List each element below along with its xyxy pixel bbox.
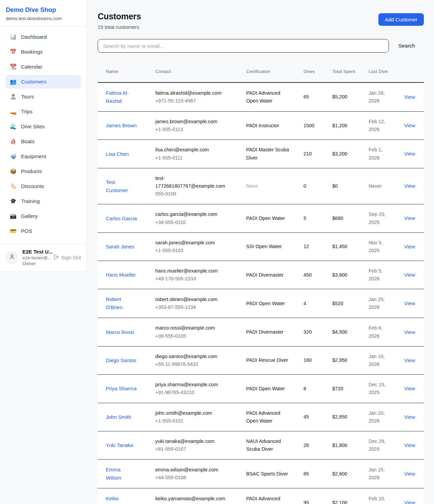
table-row: Emma Wilson emma.wilson@example.com +44-… xyxy=(98,460,424,488)
view-link[interactable]: View xyxy=(404,215,415,221)
view-link[interactable]: View xyxy=(404,94,415,100)
sidebar-item-trips[interactable]: 🚤 Trips xyxy=(5,105,81,118)
view-link[interactable]: View xyxy=(404,151,415,156)
sidebar-item-label: Dashboard xyxy=(21,34,47,40)
customer-name-link[interactable]: Priya Sharma xyxy=(106,385,137,393)
sidebar-item-pos[interactable]: 💳 POS xyxy=(5,224,81,238)
sidebar-item-tours[interactable]: 🏝️ Tours xyxy=(5,90,81,104)
search-button[interactable]: Search xyxy=(389,43,424,49)
sidebar-item-equipment[interactable]: 🤿 Equipment xyxy=(5,150,81,163)
customer-dives: 320 xyxy=(303,328,327,336)
table-row: Diego Santos diego.santos@example.com +5… xyxy=(98,346,424,374)
sidebar-item-calendar[interactable]: 📆 Calendar xyxy=(5,60,81,74)
customer-certification: PADI Advanced Open Water xyxy=(246,409,290,425)
view-link[interactable]: View xyxy=(404,183,415,189)
customer-dives: 180 xyxy=(303,356,327,364)
customer-name-link[interactable]: James Brown xyxy=(106,122,137,130)
search-input[interactable] xyxy=(98,39,389,53)
sidebar-item-gallery[interactable]: 📸 Gallery xyxy=(5,209,81,223)
customer-name-link[interactable]: Keiko Yamamoto xyxy=(106,494,137,504)
customer-email: marco.rossi@example.com xyxy=(155,324,226,332)
sidebar-item-boats[interactable]: ⛵ Boats xyxy=(5,135,81,148)
view-link[interactable]: View xyxy=(404,471,415,477)
customer-dives: 450 xyxy=(303,271,327,279)
customer-phone: +353-87-555-1234 xyxy=(155,303,241,311)
customer-name-link[interactable]: Fatima Al-Rashid xyxy=(106,89,137,105)
sign-out-button[interactable]: Sign Out xyxy=(53,254,81,261)
view-link[interactable]: View xyxy=(404,386,415,391)
customer-email: fatima.alrashid@example.com xyxy=(155,89,226,97)
column-header-certification: Certification xyxy=(246,61,303,82)
shop-name: Demo Dive Shop xyxy=(6,6,81,14)
customer-name-link[interactable]: John Smith xyxy=(106,413,137,421)
sidebar-item-bookings[interactable]: 📅 Bookings xyxy=(5,45,81,59)
customer-email: james.brown@example.com xyxy=(155,118,226,126)
customer-name-link[interactable]: Hans Mueller xyxy=(106,271,137,279)
customer-last-dive: Feb 1, 2026 xyxy=(369,146,390,162)
customer-email: keiko.yamamoto@example.com xyxy=(155,495,226,503)
view-link[interactable]: View xyxy=(404,300,415,306)
table-row: James Brown james.brown@example.com +1-5… xyxy=(98,112,424,140)
customer-total-spent: $3,800 xyxy=(332,271,363,279)
page-title: Customers xyxy=(98,12,141,21)
customer-last-dive: Sep 20, 2025 xyxy=(369,210,390,226)
sidebar-item-label: Dive Sites xyxy=(21,124,45,130)
sidebar-item-label: Trips xyxy=(21,109,33,115)
customer-phone: +1-555-0101 xyxy=(155,417,241,425)
customer-name-link[interactable]: Lisa Chen xyxy=(106,150,137,158)
sidebar-item-label: Tours xyxy=(21,94,34,100)
customer-name-link[interactable]: Marco Rossi xyxy=(106,328,137,336)
sidebar-item-products[interactable]: 📦 Products xyxy=(5,165,81,178)
customer-dives: 85 xyxy=(303,470,327,478)
view-link[interactable]: View xyxy=(404,272,415,278)
search-row: Search xyxy=(98,39,424,53)
customer-name-link[interactable]: Emma Wilson xyxy=(106,466,137,482)
customer-total-spent: $2,950 xyxy=(332,356,363,364)
user-role: Owner xyxy=(22,261,53,266)
customer-dives: 0 xyxy=(303,182,327,190)
customer-name-link[interactable]: Robert O'Brien xyxy=(106,295,137,312)
customer-total-spent: $520 xyxy=(332,300,363,307)
sidebar-item-dive-sites[interactable]: 🌊 Dive Sites xyxy=(5,120,81,133)
customer-name-link[interactable]: Yuki Tanaka xyxy=(106,441,137,449)
customer-name-link[interactable]: Carlos Garcia xyxy=(106,214,137,223)
customer-phone: +39-555-0105 xyxy=(155,332,241,340)
customer-name-link[interactable]: Test Customer xyxy=(106,178,137,194)
user-name: E2E Test U... xyxy=(22,249,53,255)
customer-certification: SSI Open Water xyxy=(246,243,290,250)
table-header-row: NameContactCertificationDivesTotal Spent… xyxy=(98,61,424,82)
view-link[interactable]: View xyxy=(404,500,415,504)
customer-certification: PADI Open Water xyxy=(246,214,290,222)
customers-icon: 👥 xyxy=(9,79,17,85)
customers-table: NameContactCertificationDivesTotal Spent… xyxy=(98,61,424,504)
view-link[interactable]: View xyxy=(404,329,415,335)
customer-email: diego.santos@example.com xyxy=(155,353,226,360)
customer-certification: PADI Open Water xyxy=(246,300,290,307)
sidebar-item-label: POS xyxy=(21,228,32,234)
view-link[interactable]: View xyxy=(404,244,415,249)
customer-email: robert.obrien@example.com xyxy=(155,296,226,303)
discounts-icon: 🏷️ xyxy=(9,184,17,189)
view-link[interactable]: View xyxy=(404,414,415,420)
view-link[interactable]: View xyxy=(404,442,415,448)
customer-certification: PADI Divemaster xyxy=(246,328,290,336)
view-link[interactable]: View xyxy=(404,357,415,363)
boats-icon: ⛵ xyxy=(9,139,17,144)
customer-email: lisa.chen@example.com xyxy=(155,146,226,154)
add-customer-button[interactable]: Add Customer xyxy=(378,13,424,26)
sidebar-item-training[interactable]: 🎓 Training xyxy=(5,194,81,208)
sidebar-item-label: Equipment xyxy=(21,153,46,160)
customer-dives: 65 xyxy=(303,93,327,101)
customer-total-spent: $720 xyxy=(332,385,363,393)
customer-last-dive: Nov 5, 2025 xyxy=(369,239,390,255)
sidebar-item-discounts[interactable]: 🏷️ Discounts xyxy=(5,180,81,193)
table-row: Hans Mueller hans.mueller@example.com +4… xyxy=(98,261,424,289)
gallery-icon: 📸 xyxy=(9,213,17,219)
sidebar-item-dashboard[interactable]: 📊 Dashboard xyxy=(5,30,81,44)
customer-dives: 5 xyxy=(303,214,327,222)
customer-name-link[interactable]: Diego Santos xyxy=(106,356,137,365)
view-link[interactable]: View xyxy=(404,123,415,128)
customer-name-link[interactable]: Sarah Jones xyxy=(106,243,137,251)
avatar xyxy=(5,251,18,264)
sidebar-item-customers[interactable]: 👥 Customers xyxy=(5,75,81,89)
